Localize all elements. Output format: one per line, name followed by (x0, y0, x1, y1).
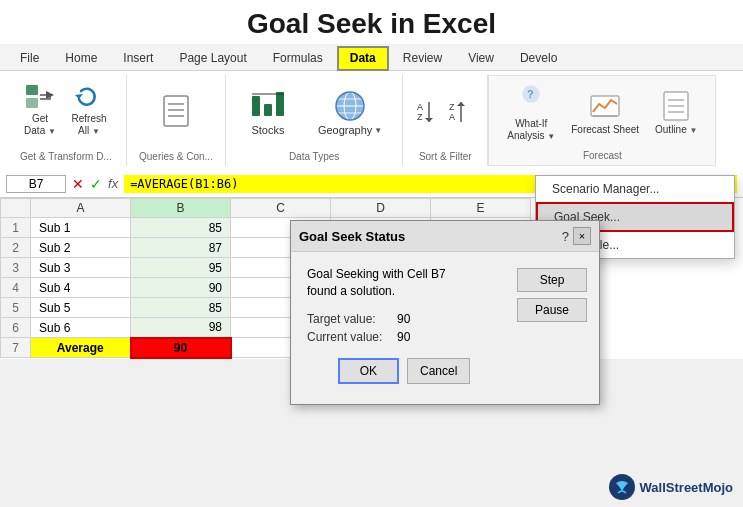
dialog-step-button[interactable]: Step (517, 268, 587, 292)
sort-az-button[interactable]: A Z (415, 96, 443, 128)
svg-text:Z: Z (417, 112, 423, 122)
target-value: 90 (397, 312, 410, 326)
scenario-manager-item[interactable]: Scenario Manager... (536, 176, 734, 202)
tab-insert[interactable]: Insert (111, 47, 165, 69)
dialog-message: Goal Seeking with Cell B7found a solutio… (307, 266, 501, 300)
svg-text:Z: Z (449, 102, 455, 112)
tab-page-layout[interactable]: Page Layout (167, 47, 258, 69)
dialog-buttons: OK Cancel (307, 358, 501, 394)
sort-za-button[interactable]: Z A (447, 96, 475, 128)
cell-a2[interactable]: Sub 2 (31, 238, 131, 258)
cell-a7[interactable]: Average (31, 338, 131, 358)
cell-a5[interactable]: Sub 5 (31, 298, 131, 318)
wsm-icon (608, 473, 636, 501)
formula-confirm[interactable]: ✓ (90, 176, 102, 192)
current-value-field: Current value: 90 (307, 330, 501, 344)
row-number: 4 (1, 278, 31, 298)
whatif-analysis-button[interactable]: ? What-IfAnalysis ▼ (501, 80, 561, 144)
svg-rect-2 (164, 96, 188, 126)
dialog-close-button[interactable]: × (573, 227, 591, 245)
forecast-label: Forecast Sheet (571, 124, 639, 136)
cell-b5[interactable]: 85 (131, 298, 231, 318)
cell-a6[interactable]: Sub 6 (31, 318, 131, 338)
dialog-question: ? (562, 229, 569, 244)
dialog-ok-button[interactable]: OK (338, 358, 399, 384)
row-header-col (1, 199, 31, 218)
col-a-header: A (31, 199, 131, 218)
svg-rect-7 (264, 104, 272, 116)
row-number: 1 (1, 218, 31, 238)
target-value-field: Target value: 90 (307, 312, 501, 326)
tab-data[interactable]: Data (337, 46, 389, 71)
cell-b4[interactable]: 90 (131, 278, 231, 298)
geography-label: Geography ▼ (318, 124, 382, 136)
formula-dividers: ✕ ✓ (72, 176, 102, 192)
cell-b6[interactable]: 98 (131, 318, 231, 338)
col-b-header[interactable]: B (131, 199, 231, 218)
stocks-button[interactable]: Stocks (238, 86, 298, 138)
geography-button[interactable]: Geography ▼ (310, 86, 390, 138)
sort-filter-group: A Z Z A Sort & Filter (403, 75, 488, 166)
tab-file[interactable]: File (8, 47, 51, 69)
queries-label: Queries & Con... (139, 147, 213, 162)
svg-rect-1 (26, 98, 38, 108)
svg-text:A: A (449, 112, 455, 122)
cell-reference[interactable] (6, 175, 66, 193)
ribbon-tabs: File Home Insert Page Layout Formulas Da… (0, 44, 743, 71)
formula-cancel[interactable]: ✕ (72, 176, 84, 192)
cell-b3[interactable]: 95 (131, 258, 231, 278)
dialog-body: Goal Seeking with Cell B7found a solutio… (291, 252, 517, 404)
refresh-all-label: RefreshAll ▼ (71, 113, 106, 137)
get-data-label: GetData ▼ (24, 113, 56, 137)
page-title: Goal Seek in Excel (0, 0, 743, 44)
cell-a1[interactable]: Sub 1 (31, 218, 131, 238)
dialog-window: Goal Seek Status ? × Goal Seeking with C… (290, 220, 600, 405)
dialog-pause-button[interactable]: Pause (517, 298, 587, 322)
row-number: 7 (1, 338, 31, 358)
svg-rect-0 (26, 85, 38, 95)
outline-button[interactable]: Outline ▼ (649, 86, 703, 138)
cell-b1[interactable]: 85 (131, 218, 231, 238)
svg-rect-6 (252, 96, 260, 116)
cell-a3[interactable]: Sub 3 (31, 258, 131, 278)
cell-a4[interactable]: Sub 4 (31, 278, 131, 298)
forecast-sheet-button[interactable]: Forecast Sheet (565, 86, 645, 138)
cell-b7[interactable]: 90 (131, 338, 231, 358)
wallstreetmojo-logo: WallStreetMojo (608, 473, 733, 501)
svg-rect-8 (276, 92, 284, 116)
col-e-header: E (431, 199, 531, 218)
tab-home[interactable]: Home (53, 47, 109, 69)
row-number: 3 (1, 258, 31, 278)
row-number: 6 (1, 318, 31, 338)
get-transform-group: GetData ▼ RefreshAll ▼ Get & Transform D… (8, 75, 127, 166)
wsm-logo-text: WallStreetMojo (640, 480, 733, 495)
cell-b2[interactable]: 87 (131, 238, 231, 258)
whatif-label: What-IfAnalysis ▼ (507, 118, 555, 142)
row-number: 2 (1, 238, 31, 258)
tab-view[interactable]: View (456, 47, 506, 69)
outline-label: Outline ▼ (655, 124, 697, 136)
ribbon-content: GetData ▼ RefreshAll ▼ Get & Transform D… (0, 71, 743, 170)
get-data-button[interactable]: GetData ▼ (20, 79, 60, 139)
target-value-label: Target value: (307, 312, 397, 326)
current-value-label: Current value: (307, 330, 397, 344)
refresh-all-button[interactable]: RefreshAll ▼ (64, 79, 114, 139)
col-d-header: D (331, 199, 431, 218)
data-types-group: Stocks Geography ▼ Data Types (226, 75, 403, 166)
svg-text:?: ? (527, 88, 534, 100)
tab-review[interactable]: Review (391, 47, 454, 69)
dialog-controls: ? × (562, 227, 591, 245)
formula-fx: fx (108, 176, 118, 191)
get-transform-label: Get & Transform D... (20, 147, 112, 162)
tab-develo[interactable]: Develo (508, 47, 569, 69)
sort-label: Sort & Filter (419, 147, 472, 162)
dialog-titlebar: Goal Seek Status ? × (291, 221, 599, 252)
dialog-title: Goal Seek Status (299, 229, 405, 244)
tab-formulas[interactable]: Formulas (261, 47, 335, 69)
dialog-cancel-button[interactable]: Cancel (407, 358, 470, 384)
col-c-header: C (231, 199, 331, 218)
stocks-label: Stocks (251, 124, 284, 136)
forecast-group: ? What-IfAnalysis ▼ Forecast Sheet (488, 75, 716, 166)
current-value: 90 (397, 330, 410, 344)
data-types-label: Data Types (289, 147, 339, 162)
